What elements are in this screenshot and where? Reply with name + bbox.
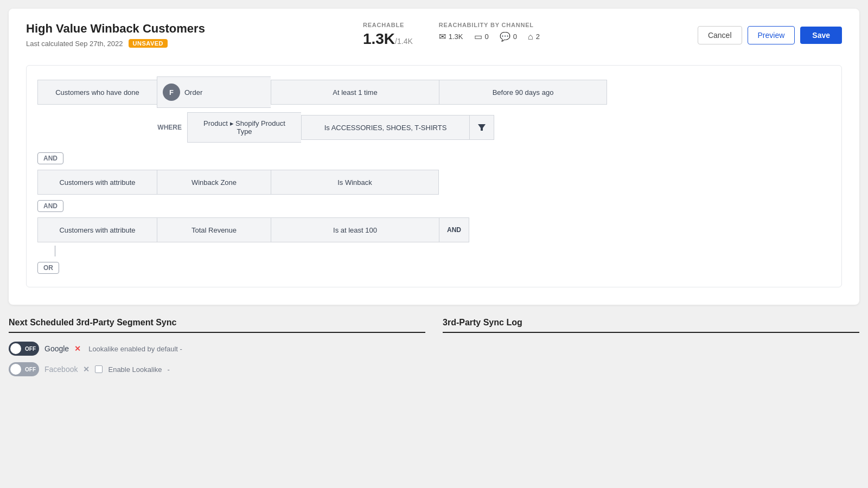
header-row: High Value Winback Customers Last calcul… xyxy=(26,22,842,48)
save-button[interactable]: Save xyxy=(800,27,842,44)
home-icon: ⌂ xyxy=(528,32,533,42)
filter-icon xyxy=(477,123,486,132)
and-tag-cell[interactable]: AND xyxy=(439,217,469,242)
reachable-value: 1.3K xyxy=(363,30,395,47)
reachable-number: 1.3K/1.4K xyxy=(363,30,413,48)
sync-log-section: 3rd-Party Sync Log xyxy=(443,318,859,383)
customers-attr-cell-2[interactable]: Customers with attribute xyxy=(37,217,157,242)
is-atleast-100-cell[interactable]: Is at least 100 xyxy=(271,217,439,242)
and-button-2[interactable]: AND xyxy=(37,200,63,212)
channel-block: REACHABILITY BY CHANNEL ✉ 1.3K ▭ 0 💬 0 xyxy=(439,22,540,42)
condition-row-1: Customers who have done F Order At least… xyxy=(37,76,831,108)
or-button[interactable]: OR xyxy=(37,262,59,274)
product-type-cell[interactable]: Product ▸ Shopify Product Type xyxy=(187,112,301,143)
facebook-sync-item: OFF Facebook ✕ Enable Lookalike - xyxy=(9,362,425,376)
reachable-total: /1.4K xyxy=(395,37,413,46)
other-channel: ⌂ 2 xyxy=(528,32,540,42)
enable-lookalike-label: Enable Lookalike xyxy=(108,365,162,374)
channel-icons-row: ✉ 1.3K ▭ 0 💬 0 ⌂ 2 xyxy=(439,31,540,42)
main-card: High Value Winback Customers Last calcul… xyxy=(9,9,859,305)
where-container: WHERE Product ▸ Shopify Product Type Is … xyxy=(37,112,831,143)
segment-title: High Value Winback Customers xyxy=(26,22,205,36)
toggle-knob xyxy=(10,343,21,354)
google-toggle[interactable]: OFF xyxy=(9,342,39,356)
facebook-toggle[interactable]: OFF xyxy=(9,362,39,376)
scheduled-sync-title: Next Scheduled 3rd-Party Segment Sync xyxy=(9,318,425,333)
unsaved-badge: UNSAVED xyxy=(129,39,168,48)
toggle-knob-fb xyxy=(10,364,21,375)
preview-button[interactable]: Preview xyxy=(748,26,795,44)
push-icon: 💬 xyxy=(500,31,510,42)
cancel-button[interactable]: Cancel xyxy=(698,26,742,44)
enable-lookalike-container: Enable Lookalike - xyxy=(95,365,169,374)
google-remove-icon[interactable]: ✕ xyxy=(74,344,81,353)
reachable-label: REACHABLE xyxy=(363,22,413,28)
is-accessories-cell[interactable]: Is ACCESSORIES, SHOES, T-SHIRTS xyxy=(301,115,469,140)
svg-marker-0 xyxy=(478,124,486,131)
push-count: 0 xyxy=(513,33,517,41)
sms-icon: ▭ xyxy=(474,31,482,42)
and-badge-2: AND xyxy=(37,195,831,217)
reachable-block: REACHABLE 1.3K/1.4K xyxy=(363,22,413,48)
email-count: 1.3K xyxy=(449,33,463,41)
condition-row-3: Customers with attribute Total Revenue I… xyxy=(37,217,831,242)
email-channel: ✉ 1.3K xyxy=(439,31,463,42)
toggle-off-label: OFF xyxy=(25,346,36,352)
customers-done-cell[interactable]: Customers who have done xyxy=(37,80,157,105)
condition-row-2: Customers with attribute Winback Zone Is… xyxy=(37,170,831,195)
sms-channel: ▭ 0 xyxy=(474,31,489,42)
google-sync-item: OFF Google ✕ Lookalike enabled by defaul… xyxy=(9,342,425,356)
header-actions: Cancel Preview Save xyxy=(698,26,842,44)
f-badge: F xyxy=(163,84,180,101)
at-least-cell[interactable]: At least 1 time xyxy=(271,80,439,105)
push-channel: 💬 0 xyxy=(500,31,517,42)
order-cell[interactable]: F Order xyxy=(157,76,271,108)
google-label: Google xyxy=(44,344,69,353)
before-cell[interactable]: Before 90 days ago xyxy=(439,80,607,105)
google-lookalike-note: Lookalike enabled by default - xyxy=(88,345,182,353)
sync-log-title: 3rd-Party Sync Log xyxy=(443,318,859,333)
is-winback-cell[interactable]: Is Winback xyxy=(271,170,439,195)
facebook-label: Facebook xyxy=(44,365,78,374)
last-calc-text: Last calculated Sep 27th, 2022 xyxy=(26,40,123,48)
scheduled-sync-section: Next Scheduled 3rd-Party Segment Sync OF… xyxy=(9,318,425,383)
customers-attr-cell-1[interactable]: Customers with attribute xyxy=(37,170,157,195)
filter-icon-cell[interactable] xyxy=(469,115,494,140)
where-label: WHERE xyxy=(157,124,187,131)
bottom-sections: Next Scheduled 3rd-Party Segment Sync OF… xyxy=(9,318,859,383)
enable-lookalike-dash: - xyxy=(168,365,170,374)
last-calc-row: Last calculated Sep 27th, 2022 UNSAVED xyxy=(26,39,205,48)
toggle-off-label-fb: OFF xyxy=(25,367,36,373)
stats-section: REACHABLE 1.3K/1.4K REACHABILITY BY CHAN… xyxy=(363,22,540,48)
lookalike-checkbox[interactable] xyxy=(95,365,103,373)
segment-builder: Customers who have done F Order At least… xyxy=(26,65,842,287)
total-revenue-cell[interactable]: Total Revenue xyxy=(157,217,271,242)
winback-zone-cell[interactable]: Winback Zone xyxy=(157,170,271,195)
other-count: 2 xyxy=(536,33,540,41)
or-row: OR xyxy=(37,246,831,276)
and-badge-1: AND xyxy=(37,147,831,170)
email-icon: ✉ xyxy=(439,31,446,42)
facebook-remove-icon[interactable]: ✕ xyxy=(83,365,90,374)
title-section: High Value Winback Customers Last calcul… xyxy=(26,22,205,48)
and-button-1[interactable]: AND xyxy=(37,152,63,164)
reachability-label: REACHABILITY BY CHANNEL xyxy=(439,22,540,28)
sms-count: 0 xyxy=(485,33,489,41)
or-line xyxy=(55,246,55,256)
